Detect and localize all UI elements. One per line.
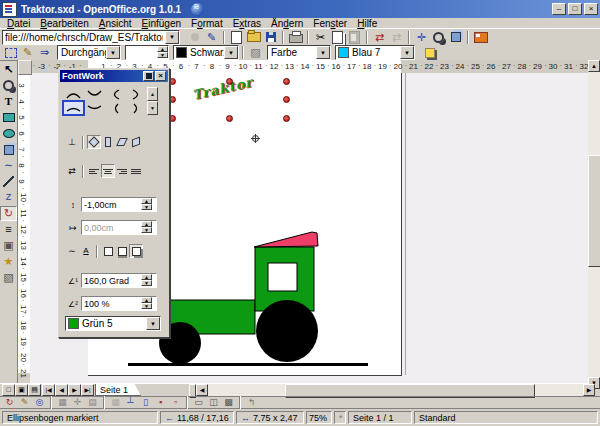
- line-color-dropdown-button[interactable]: ▼: [224, 46, 238, 59]
- fw-shape-arc-up[interactable]: [63, 87, 84, 101]
- glue-points-button[interactable]: ◎: [32, 397, 47, 409]
- fw-shape-circle-open-right[interactable]: [105, 87, 126, 101]
- undo-button[interactable]: ⇄: [371, 30, 388, 45]
- tool-insert[interactable]: ▧: [0, 270, 17, 285]
- tool-rectangle[interactable]: [0, 110, 17, 125]
- fw-shape-paren-right[interactable]: [126, 101, 147, 115]
- line-dialog-button[interactable]: ✎: [19, 45, 36, 60]
- rotation-mode-button[interactable]: ↻: [2, 397, 17, 409]
- fw-slant-horizontal-button[interactable]: [115, 135, 129, 149]
- selection-handle[interactable]: [283, 96, 290, 103]
- tool-select[interactable]: ↖: [0, 62, 17, 77]
- cut-button[interactable]: ✂: [312, 30, 329, 45]
- fw-shadow-off-button[interactable]: [101, 244, 115, 258]
- edit-file-button[interactable]: ✎: [203, 30, 220, 45]
- scroll-up-button[interactable]: ▲: [588, 60, 600, 72]
- ground-line[interactable]: [128, 363, 368, 366]
- tool-curve[interactable]: ∼: [0, 158, 17, 173]
- distance-down-button[interactable]: ▼: [141, 204, 152, 210]
- fw-align-right-button[interactable]: [115, 164, 129, 178]
- selection-handle[interactable]: [169, 115, 176, 122]
- tool-text[interactable]: T: [0, 94, 17, 109]
- print-document-button[interactable]: [287, 30, 304, 45]
- vertical-scroll-thumb[interactable]: [588, 155, 600, 267]
- open-document-button[interactable]: [245, 30, 262, 45]
- fw-rotate-button[interactable]: [87, 135, 101, 149]
- fw-shadow-slant-button[interactable]: [129, 244, 143, 258]
- edit-points-mode-button[interactable]: ✎: [17, 397, 32, 409]
- tool-effects[interactable]: ★: [0, 254, 17, 269]
- redo-button[interactable]: ⇄: [388, 30, 405, 45]
- scroll-right-button[interactable]: ▶: [583, 384, 595, 396]
- gallery-button[interactable]: [472, 30, 489, 45]
- fw-shape-curve-down[interactable]: [84, 101, 105, 115]
- menu-einfgen[interactable]: Einfügen: [137, 18, 186, 29]
- tool-connector[interactable]: Z: [0, 190, 17, 205]
- tool-lines-arrows[interactable]: [0, 174, 17, 189]
- page-tab[interactable]: Seite 1: [95, 384, 141, 396]
- snap-to-border-button[interactable]: ▪: [153, 397, 168, 409]
- arrow-style-button[interactable]: ⇒: [36, 45, 53, 60]
- status-page[interactable]: Seite 1 / 1: [348, 411, 412, 424]
- shadow-size-down-button[interactable]: ▼: [141, 303, 152, 309]
- guides-when-moving-button[interactable]: ▦: [108, 397, 123, 409]
- selection-handle[interactable]: [226, 115, 233, 122]
- fw-upright-button[interactable]: [101, 135, 115, 149]
- line-style-dropdown-button[interactable]: ▼: [106, 46, 120, 59]
- fw-align-left-button[interactable]: [87, 164, 101, 178]
- snap-to-grid-button[interactable]: ✛: [70, 397, 85, 409]
- tractor-roof[interactable]: [254, 232, 318, 247]
- edit-points-button[interactable]: [2, 45, 19, 60]
- menu-format[interactable]: Format: [186, 18, 228, 29]
- tool-alignment[interactable]: ≡: [0, 222, 17, 237]
- fontwork-shadow-size-input[interactable]: [82, 299, 141, 309]
- fw-rotate-off-button[interactable]: ⊥: [65, 135, 79, 149]
- fontwork-angle-input[interactable]: [82, 276, 141, 286]
- status-zoom[interactable]: 75%: [306, 411, 332, 424]
- navigator-button[interactable]: ✛: [413, 30, 430, 45]
- fill-color-dropdown-button[interactable]: ▼: [400, 46, 414, 59]
- tractor-rear-wheel[interactable]: [256, 300, 318, 362]
- shadow-color-dropdown-button[interactable]: ▼: [146, 317, 160, 330]
- tool-rotate[interactable]: ↻: [0, 206, 17, 221]
- selection-handle[interactable]: [169, 96, 176, 103]
- last-page-button[interactable]: ▶|: [81, 384, 94, 396]
- fill-style-dropdown-button[interactable]: ▼: [316, 46, 330, 59]
- line-width-input[interactable]: [126, 47, 157, 58]
- show-guides-button[interactable]: ▤: [85, 397, 100, 409]
- menu-hilfe[interactable]: Hilfe: [352, 18, 382, 29]
- fw-orientation-button[interactable]: ⇄: [65, 164, 79, 178]
- snap-to-points-button[interactable]: ▫: [168, 397, 183, 409]
- url-dropdown-button[interactable]: ▼: [165, 31, 179, 44]
- tractor-window[interactable]: [268, 263, 297, 291]
- menu-datei[interactable]: Datei: [2, 18, 35, 29]
- previous-page-button[interactable]: ◀: [55, 384, 68, 396]
- menu-extras[interactable]: Extras: [228, 18, 266, 29]
- next-page-button[interactable]: ▶: [68, 384, 81, 396]
- status-layout[interactable]: Standard: [414, 411, 598, 424]
- tool-zoom[interactable]: [0, 78, 17, 93]
- fw-text-contour-button[interactable]: A: [79, 244, 93, 258]
- url-input[interactable]: [3, 32, 165, 43]
- insert-object-button[interactable]: [447, 30, 464, 45]
- fw-shape-scroll-up[interactable]: ▲: [147, 87, 158, 101]
- quick-edit-button[interactable]: ▭: [191, 397, 206, 409]
- double-click-edit-text-button[interactable]: ▩: [221, 397, 236, 409]
- stop-loading-button[interactable]: [186, 30, 203, 45]
- zoom-button[interactable]: [430, 30, 447, 45]
- fw-shape-scroll-down[interactable]: ▼: [147, 101, 158, 115]
- snap-to-margins-button[interactable]: ▯: [138, 397, 153, 409]
- save-document-button[interactable]: [262, 30, 279, 45]
- selection-handle[interactable]: [283, 78, 290, 85]
- layer-view-button[interactable]: ▤: [28, 384, 41, 396]
- first-page-button[interactable]: |◀: [42, 384, 55, 396]
- vertical-scrollbar[interactable]: ▲ ▼: [588, 60, 600, 389]
- master-view-button[interactable]: ▣: [15, 384, 28, 396]
- selection-handle[interactable]: [169, 78, 176, 85]
- fw-shape-paren-left[interactable]: [105, 101, 126, 115]
- menu-ansicht[interactable]: Ansicht: [94, 18, 137, 29]
- new-document-button[interactable]: [228, 30, 245, 45]
- menu-ndern[interactable]: Ändern: [266, 18, 308, 29]
- tool-arrange[interactable]: ▣: [0, 238, 17, 253]
- fontwork-pin-button[interactable]: [143, 71, 154, 81]
